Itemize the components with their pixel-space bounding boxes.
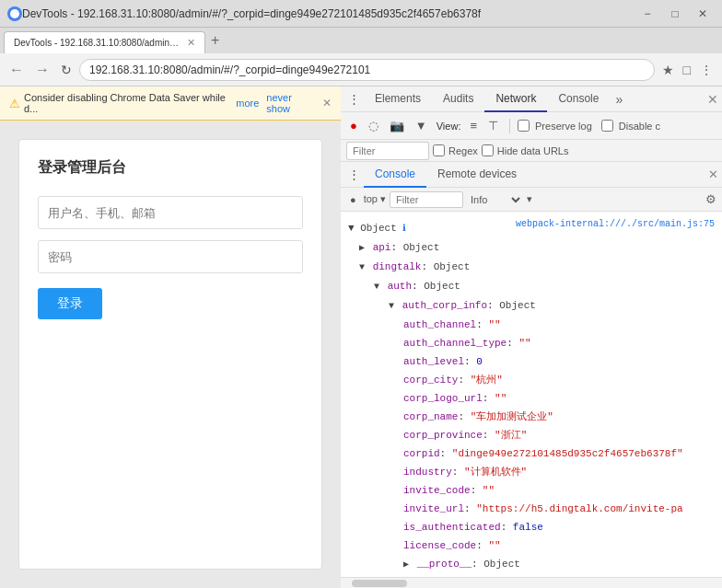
login-title: 登录管理后台 (38, 158, 303, 178)
more-options-icon[interactable]: ⋮ (696, 61, 716, 79)
address-bar[interactable]: 192.168.31.10:8080/admin/#/?_corpid=ding… (79, 59, 655, 81)
clear-btn[interactable]: ◌ (365, 117, 382, 134)
grid-view-btn[interactable]: ⊤ (484, 117, 502, 134)
maximize-button[interactable]: □ (663, 5, 687, 23)
filter-toggle-btn[interactable]: ▼ (412, 117, 431, 134)
favicon-icon (7, 6, 22, 21)
list-view-btn[interactable]: ≡ (466, 117, 481, 134)
login-button[interactable]: 登录 (38, 288, 102, 319)
network-toolbar: ● ◌ 📷 ▼ View: ≡ ⊤ Preserve log Disable c (341, 112, 722, 140)
warning-never-show-link[interactable]: never show (266, 92, 315, 114)
warning-more-link[interactable]: more (236, 98, 259, 109)
url-text: 192.168.31.10:8080/admin/#/?_corpid=ding… (89, 63, 370, 76)
tree-line-corp-city: corp_city: "杭州" (341, 371, 722, 389)
preserve-log-label: Preserve log (535, 121, 592, 132)
tab-remote-devices[interactable]: Remote devices (426, 162, 528, 188)
title-bar: DevTools - 192.168.31.10:8080/admin/#/?_… (0, 0, 722, 28)
dt-tab-audits[interactable]: Audits (432, 86, 484, 112)
console-output: webpack-internal:///./src/main.js:75 ▼ O… (341, 212, 722, 577)
tree-line-corp-logo: corp_logo_url: "" (341, 389, 722, 408)
tab-bar: DevTools - 192.168.31.10:8080/admin/#/?_… (0, 28, 722, 53)
auth-corp-info-toggle[interactable]: ▼ (389, 301, 394, 311)
filter-bar: Regex Hide data URLs (341, 140, 722, 162)
login-form-container: 登录管理后台 登录 (18, 139, 322, 570)
tree-line-invite-url: invite_url: "https://h5.dingtalk.com/inv… (341, 500, 722, 518)
filter-input[interactable] (346, 142, 429, 160)
username-input[interactable] (38, 196, 303, 229)
close-button[interactable]: ✕ (691, 5, 715, 23)
console-tab-label: Console (375, 167, 415, 180)
console-settings-btn[interactable]: ⚙ (705, 192, 716, 206)
remote-devices-tab-label: Remote devices (437, 167, 517, 180)
tab-title: DevTools - 192.168.31.10:8080/admin/#/?_… (14, 38, 180, 48)
svg-point-0 (10, 9, 19, 18)
disable-cache-checkbox[interactable] (601, 120, 613, 132)
scrollbar-thumb[interactable] (352, 580, 407, 587)
browser-toolbar: ← → ↻ 192.168.31.10:8080/admin/#/?_corpi… (0, 53, 722, 86)
devtools-close-btn[interactable]: ✕ (707, 92, 718, 107)
warning-icon: ⚠ (9, 97, 20, 110)
devtools-main-tabs: ⋮ Elements Audits Network Console » ✕ (341, 86, 722, 112)
tab-console[interactable]: Console (364, 162, 426, 188)
dt-more-tabs-btn[interactable]: » (610, 92, 628, 107)
dt-tab-network[interactable]: Network (484, 86, 547, 112)
source-link[interactable]: webpack-internal:///./src/main.js:75 (516, 217, 715, 232)
preserve-log-checkbox[interactable] (518, 120, 530, 132)
console-filter-bar: ● top ▾ Info Verbose Warning Error ▾ ⚙ (341, 188, 722, 212)
warning-close-btn[interactable]: ✕ (322, 97, 332, 110)
tree-line-api: ▶ api: Object (341, 238, 722, 258)
new-tab-button[interactable]: + (211, 32, 219, 49)
dt-tab-elements[interactable]: Elements (364, 86, 432, 112)
bookmark-star-icon[interactable]: ★ (658, 61, 678, 79)
regex-label: Regex (448, 145, 478, 156)
tree-line-auth: ▼ auth: Object (341, 277, 722, 296)
browser-tab[interactable]: DevTools - 192.168.31.10:8080/admin/#/?_… (4, 31, 205, 53)
warning-bar: ⚠ Consider disabling Chrome Data Saver w… (0, 86, 341, 121)
tree-line-dingtalk: ▼ dingtalk: Object (341, 258, 722, 277)
record-btn[interactable]: ● (346, 117, 361, 134)
disable-cache-label: Disable c (619, 121, 660, 132)
console-filter-input[interactable] (390, 191, 463, 208)
console-tabs: ⋮ Console Remote devices ✕ (341, 162, 722, 188)
devtools-menu-btn[interactable]: ⋮ (344, 90, 364, 108)
tree-info-icon[interactable]: ℹ (402, 224, 406, 234)
tree-line-corpid: corpid: "dinge949e272101485d935c2f4657eb… (341, 444, 722, 463)
tree-line-auth-level: auth_level: 0 (341, 352, 722, 371)
tree-line-proto1: ▶ __proto__: Object (341, 555, 722, 574)
hide-data-urls-checkbox[interactable] (482, 144, 494, 156)
reload-button[interactable]: ↻ (57, 61, 76, 79)
console-menu-btn[interactable]: ⋮ (344, 166, 364, 183)
window-title: DevTools - 192.168.31.10:8080/admin/#/?_… (22, 7, 635, 20)
api-toggle[interactable]: ▶ (359, 243, 365, 253)
warning-text: Consider disabling Chrome Data Saver whi… (24, 92, 228, 114)
hide-data-urls-label: Hide data URLs (497, 145, 569, 156)
top-context[interactable]: top ▾ (364, 193, 386, 205)
horizontal-scrollbar[interactable] (341, 577, 722, 588)
tree-line-auth-channel-type: auth_channel_type: "" (341, 334, 722, 352)
devtools-inspect-icon[interactable]: □ (680, 61, 694, 79)
capture-screenshot-btn[interactable]: 📷 (386, 117, 408, 134)
auth-toggle[interactable]: ▼ (374, 282, 379, 292)
console-panel-close-btn[interactable]: ✕ (708, 167, 718, 181)
minimize-button[interactable]: − (635, 5, 659, 23)
tree-line-license-code: license_code: "" (341, 536, 722, 555)
tree-line-corp-province: corp_province: "浙江" (341, 426, 722, 444)
password-input[interactable] (38, 240, 303, 273)
view-label: View: (437, 121, 461, 132)
regex-checkbox[interactable] (433, 144, 445, 156)
tree-line-invite-code: invite_code: "" (341, 481, 722, 500)
left-panel: ⚠ Consider disabling Chrome Data Saver w… (0, 86, 341, 588)
separator (509, 119, 510, 133)
devtools-panel: ⋮ Elements Audits Network Console » ✕ ● … (341, 86, 722, 588)
console-clear-btn[interactable]: ● (346, 192, 360, 207)
tree-root-toggle[interactable]: ▼ Object (348, 223, 402, 234)
log-level-select[interactable]: Info Verbose Warning Error (467, 193, 523, 206)
proto1-toggle[interactable]: ▶ (403, 559, 409, 570)
dingtalk-toggle[interactable]: ▼ (359, 262, 365, 272)
info-dropdown-arrow[interactable]: ▾ (527, 193, 532, 205)
tab-close-btn[interactable]: ✕ (187, 37, 195, 49)
dt-tab-console[interactable]: Console (547, 86, 610, 112)
tree-line-industry: industry: "计算机软件" (341, 463, 722, 481)
back-button[interactable]: ← (6, 60, 28, 80)
forward-button[interactable]: → (31, 60, 53, 80)
